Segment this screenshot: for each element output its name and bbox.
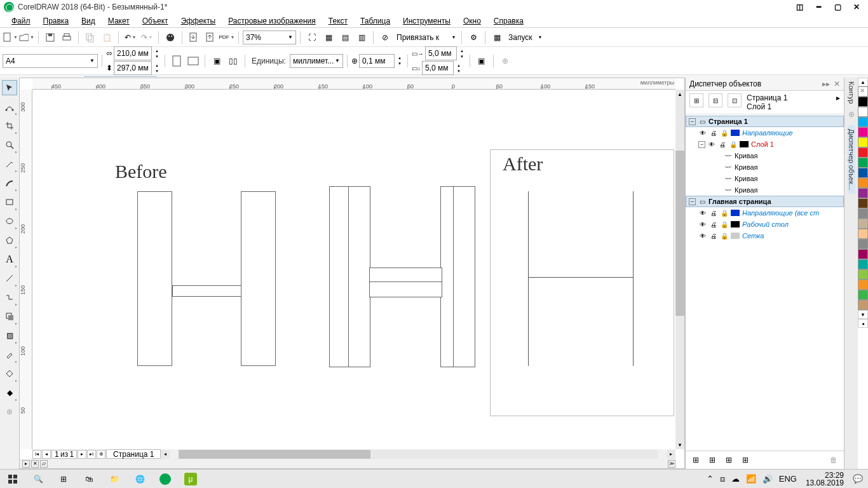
color-swatch[interactable] (858, 300, 868, 310)
tree-layer-1[interactable]: −👁🖨🔒Слой 1 (686, 139, 844, 150)
color-swatch[interactable] (858, 117, 868, 127)
menu-bitmaps[interactable]: Растровые изображения (222, 17, 322, 25)
open-button[interactable]: ▼ (19, 30, 34, 45)
crop-tool[interactable] (2, 118, 17, 133)
color-swatch[interactable] (858, 168, 868, 178)
nudge-input[interactable] (359, 54, 395, 68)
account-icon[interactable]: ◫ (794, 2, 804, 12)
snap-to-dropdown[interactable]: Привязать к▾ (394, 30, 458, 44)
options-button[interactable]: ⚙ (466, 30, 481, 45)
hint-outline[interactable]: ▱ (40, 460, 48, 468)
landscape-button[interactable] (186, 53, 201, 69)
color-swatch[interactable] (858, 158, 868, 168)
width-down[interactable]: ▼ (153, 53, 161, 59)
width-up[interactable]: ▲ (153, 48, 161, 53)
show-grid-button[interactable]: ▤ (337, 30, 353, 45)
nudge-up[interactable]: ▲ (396, 55, 403, 61)
first-page-button[interactable]: I◂ (32, 450, 41, 459)
show-guides-button[interactable]: ▥ (354, 30, 369, 45)
transparency-tool[interactable]: ▨ (2, 328, 17, 343)
color-swatch[interactable] (858, 219, 868, 229)
units-dropdown[interactable]: миллимет...▼ (290, 54, 343, 68)
app-launcher-icon[interactable]: ▦ (489, 30, 505, 45)
taskbar-app-explorer[interactable]: 📁 (102, 470, 127, 489)
tree-guides[interactable]: 👁🖨🔒Направляющие (686, 127, 844, 139)
canvas[interactable]: Before After (32, 90, 675, 449)
duplicate-y-input[interactable] (422, 61, 454, 75)
om-view-btn-3[interactable]: ⊡ (728, 93, 742, 107)
shape-tool[interactable] (2, 99, 17, 114)
menu-table[interactable]: Таблица (354, 17, 397, 25)
new-button[interactable]: ▼ (3, 30, 18, 45)
color-swatch[interactable] (858, 188, 868, 198)
snap-off-button[interactable]: ⊘ (377, 30, 393, 45)
scroll-left-button[interactable]: ◂ (161, 450, 170, 459)
page-height-input[interactable] (114, 61, 152, 75)
add-page-button[interactable]: ⊕ (97, 450, 105, 459)
menu-object[interactable]: Объект (136, 17, 175, 25)
tree-guides-all[interactable]: 👁🖨🔒Направляющие (все ст (686, 207, 844, 219)
menu-edit[interactable]: Правка (37, 17, 76, 25)
horizontal-scrollbar[interactable] (179, 450, 658, 459)
height-down[interactable]: ▼ (153, 68, 161, 74)
taskbar-app-edge[interactable]: 🌐 (127, 470, 153, 489)
ellipse-tool[interactable] (2, 214, 17, 229)
eyedropper-tool[interactable] (2, 347, 17, 362)
add-preset-button[interactable]: ⊕ (498, 53, 513, 69)
taskbar-app-store[interactable]: 🛍 (76, 470, 102, 489)
paste-button[interactable]: 📋 (99, 30, 114, 45)
color-swatch[interactable] (858, 107, 868, 117)
search-content-button[interactable] (163, 30, 178, 45)
delete-layer-button[interactable]: 🗑 (827, 454, 840, 466)
palette-up-button[interactable]: ▲ (858, 78, 868, 86)
artistic-media-tool[interactable] (2, 175, 17, 191)
docker-close-button[interactable]: ✕ (834, 79, 840, 88)
freehand-tool[interactable] (2, 156, 17, 172)
new-master-layer-all-button[interactable]: ⊞ (722, 454, 735, 466)
all-pages-button[interactable]: ▣ (209, 53, 224, 69)
color-swatch[interactable] (858, 198, 868, 208)
hint-expand[interactable]: ▸ (22, 460, 30, 468)
zoom-level-input[interactable]: 37%▼ (243, 30, 296, 44)
color-swatch[interactable] (858, 269, 868, 280)
save-button[interactable] (43, 30, 58, 45)
color-swatch[interactable] (858, 147, 868, 158)
new-master-layer-odd-button[interactable]: ⊞ (739, 454, 752, 466)
zoom-tool[interactable] (2, 137, 17, 152)
color-swatch[interactable] (858, 137, 868, 147)
tree-curve-4[interactable]: 〰Кривая (686, 184, 844, 196)
tree-page-1[interactable]: −▭Страница 1 (686, 116, 844, 127)
tray-wifi-icon[interactable]: 📶 (746, 474, 756, 484)
fullscreen-button[interactable]: ⛶ (304, 30, 320, 45)
menu-tools[interactable]: Инструменты (397, 17, 457, 25)
page-width-input[interactable] (114, 46, 152, 60)
height-up[interactable]: ▲ (153, 62, 161, 68)
menu-help[interactable]: Справка (487, 17, 530, 25)
vertical-scrollbar[interactable]: ▲ ▼ (675, 90, 684, 449)
color-swatch[interactable] (858, 97, 868, 107)
show-rulers-button[interactable]: ▦ (321, 30, 336, 45)
palette-down-button[interactable]: ▼ (858, 310, 868, 319)
dock-tab-contour[interactable]: Контур (848, 78, 855, 107)
color-swatch[interactable] (858, 178, 868, 188)
current-page-button[interactable]: ▯▯ (226, 53, 241, 69)
tree-curve-2[interactable]: 〰Кривая (686, 161, 844, 173)
color-swatch[interactable] (858, 249, 868, 259)
close-button[interactable]: ✕ (851, 2, 862, 12)
print-button[interactable] (59, 30, 74, 45)
last-page-button[interactable]: ▸I (87, 450, 96, 459)
menu-text[interactable]: Текст (322, 17, 354, 25)
color-swatch[interactable] (858, 208, 868, 219)
tree-curve-3[interactable]: 〰Кривая (686, 173, 844, 184)
color-swatch[interactable] (858, 280, 868, 290)
text-tool[interactable]: A (2, 252, 17, 267)
drop-shadow-tool[interactable] (2, 309, 17, 324)
minimize-button[interactable]: ━ (813, 2, 824, 12)
polygon-tool[interactable] (2, 233, 17, 248)
menu-file[interactable]: Файл (5, 17, 37, 25)
tray-language[interactable]: ENG (779, 474, 797, 484)
hint-nofill[interactable]: ✕ (31, 460, 39, 468)
swatch-none[interactable] (858, 86, 868, 97)
task-view-button[interactable]: ⊞ (51, 470, 76, 489)
tree-curve-1[interactable]: 〰Кривая (686, 150, 844, 161)
